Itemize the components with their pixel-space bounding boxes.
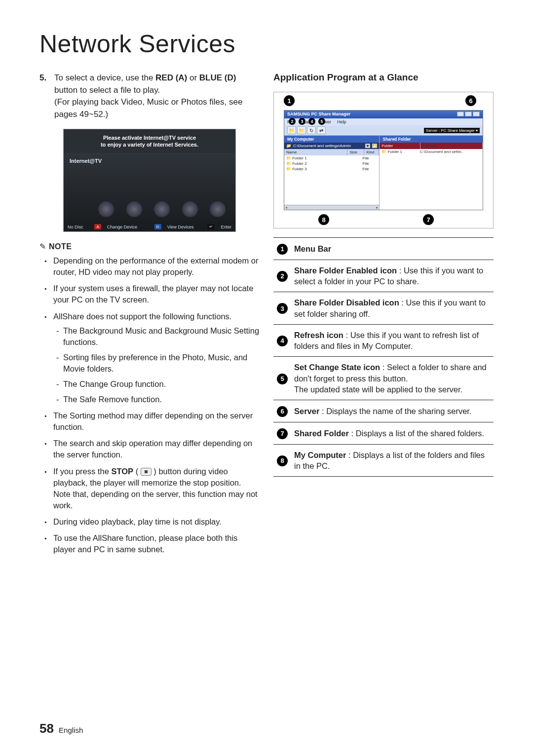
window-buttons (456, 112, 480, 117)
col-kind: Kind (364, 149, 379, 155)
step-body: To select a device, use the RED (A) or B… (54, 72, 260, 121)
up-folder-icon[interactable]: 📁 (372, 144, 377, 148)
note-item: The Sorting method may differ depending … (53, 410, 260, 433)
legend-num-cell: 6 (273, 400, 291, 422)
file-name: Folder 2 (292, 161, 307, 166)
page-title: Network Services (39, 30, 494, 58)
column-headers: Folder Full Path (380, 143, 483, 149)
notes-list: Depending on the performance of the exte… (39, 255, 260, 555)
server-selector[interactable]: Server : PC Share Manager ▾ (424, 128, 480, 133)
number-badge: 4 (277, 336, 288, 346)
footer-lang: English (59, 726, 83, 734)
folder-name: Folder 1 (388, 150, 403, 154)
legend-term: Set Change State icon (294, 363, 380, 372)
pane-header: Shared Folder (380, 136, 483, 143)
maximize-icon (465, 112, 472, 116)
enter-key-icon: ↵ (207, 224, 215, 229)
share-enabled-icon[interactable]: 📁2 (287, 126, 296, 134)
legend-row: 1Menu Bar (273, 238, 494, 260)
text: (For playing back Video, Music or Photos… (54, 97, 242, 119)
list-item[interactable]: 📁 Folder 3File (284, 166, 379, 172)
note-item: During video playback, play time is not … (53, 516, 260, 528)
set-change-state-icon[interactable]: ⇄5 (317, 126, 326, 134)
blue-d-label: BLUE (D) (199, 73, 236, 82)
menu-item[interactable]: Help (337, 119, 346, 124)
legend-text-cell: Menu Bar (291, 238, 494, 260)
legend-text-cell: Shared Folder : Displays a list of the s… (291, 422, 494, 444)
list-item[interactable]: 📁 Folder 1C:\Document and settin.. (380, 149, 483, 154)
step-number: 5. (39, 72, 54, 121)
legend-desc: : Displays a list of the shared folders. (349, 429, 484, 438)
refresh-icon[interactable]: ↻4 (307, 126, 316, 134)
callout-7: 7 (423, 214, 434, 225)
scrollbar[interactable]: ◂▸ (284, 205, 379, 210)
service-icon (210, 201, 226, 217)
file-list: 📁 Folder 1File 📁 Folder 2File 📁 Folder 3… (284, 155, 379, 205)
blue-d-key-icon: D (154, 224, 161, 229)
section-heading: Application Program at a Glance (273, 72, 494, 83)
note-item: To use the AllShare function, please pla… (53, 532, 260, 555)
legend-num-cell: 3 (273, 292, 291, 325)
legend-row: 7Shared Folder : Displays a list of the … (273, 422, 494, 444)
legend-term: Server (294, 407, 319, 416)
col-name: Name (284, 149, 347, 155)
legend-row: 6Server : Displays the name of the shari… (273, 400, 494, 422)
share-disabled-icon[interactable]: 📁3 (297, 126, 306, 134)
callout-8: 8 (318, 214, 329, 225)
tv-screenshot: Please activate Internet@TV service to e… (63, 129, 236, 232)
note-item: If you press the STOP ( ) button during … (53, 466, 260, 511)
file-name: Folder 3 (292, 167, 307, 171)
note-item: AllShare does not support the following … (53, 311, 260, 406)
minimize-icon (457, 112, 464, 116)
legend-text-cell: My Computer : Displays a list of the fol… (291, 444, 494, 477)
note-heading: ✎ NOTE (39, 242, 260, 251)
enter-label: Enter (221, 225, 231, 229)
my-computer-pane: My Computer 📁 C:\Document and settings\A… (284, 136, 380, 210)
toolbar: 📁2 📁3 ↻4 ⇄5 Server : PC Share Manager ▾ (284, 125, 483, 136)
banner-line: to enjoy a variety of Internet Services. (66, 141, 233, 148)
legend-row: 4Refresh icon : Use this if you want to … (273, 324, 494, 357)
legend-table: 1Menu Bar2Share Folder Enabled icon : Us… (273, 237, 494, 477)
legend-desc: : Displays the name of the sharing serve… (319, 407, 471, 416)
file-name: Folder 1 (292, 156, 307, 160)
sub-note-item: The Background Music and Background Musi… (63, 325, 260, 348)
legend-row: 2Share Folder Enabled icon : Use this if… (273, 260, 494, 292)
banner-line: Please activate Internet@TV service (66, 134, 233, 141)
page-footer: 58 English (39, 721, 83, 736)
column-headers: Name Size Kind (284, 149, 379, 155)
legend-num-cell: 4 (273, 324, 291, 357)
legend-num-cell: 8 (273, 444, 291, 477)
service-icons-row (98, 201, 226, 217)
no-disc-label: No Disc (68, 225, 83, 229)
legend-text-cell: Server : Displays the name of the sharin… (291, 400, 494, 422)
sub-note-item: The Safe Remove function. (63, 394, 260, 405)
legend-row: 8My Computer : Displays a list of the fo… (273, 444, 494, 477)
red-a-key-icon: A (94, 224, 101, 229)
legend-desc: The updated state will be applied to the… (294, 385, 462, 394)
number-badge: 2 (277, 271, 288, 282)
number-badge: 1 (277, 244, 288, 255)
internet-tv-label: Internet@TV (70, 158, 229, 164)
list-item[interactable]: 📁 Folder 2File (284, 161, 379, 166)
list-item[interactable]: 📁 Folder 1File (284, 155, 379, 161)
service-icon (98, 201, 114, 217)
red-a-label: RED (A) (155, 73, 187, 82)
dropdown-icon[interactable]: ▾ (365, 144, 370, 148)
pane-header: My Computer (284, 136, 379, 143)
close-icon (473, 112, 480, 116)
note-item: The search and skip operation may differ… (53, 438, 260, 460)
tv-footer-bar: No Disc A Change Device D View Devices ↵… (64, 222, 235, 231)
legend-row: 3Share Folder Disabled icon : Use this i… (273, 292, 494, 325)
legend-num-cell: 1 (273, 238, 291, 260)
callout-1: 1 (284, 95, 295, 106)
text: button to select a file to play. (54, 85, 160, 95)
file-kind: File (362, 156, 377, 160)
note-item: Depending on the performance of the exte… (53, 255, 260, 278)
legend-term: Shared Folder (294, 429, 349, 438)
page-number: 58 (39, 721, 54, 736)
file-kind: File (362, 161, 377, 166)
legend-num-cell: 2 (273, 260, 291, 292)
view-devices-label: View Devices (167, 225, 194, 229)
number-badge: 3 (277, 303, 288, 314)
text: AllShare does not support the following … (53, 312, 231, 321)
